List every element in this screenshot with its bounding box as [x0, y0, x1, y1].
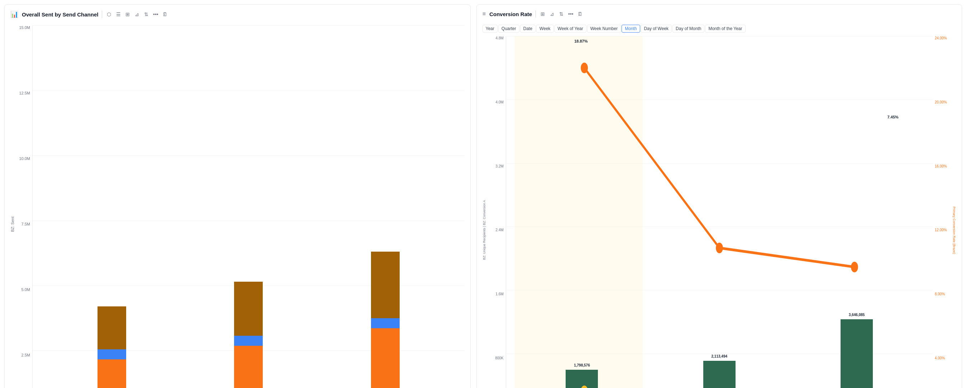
left-chart-body — [32, 25, 465, 388]
right-panel-header: ≡ Conversion Rate ⊞ ⊿ ⇅ ••• 🗓 — [482, 10, 956, 21]
y-left-tick: 1.6M — [496, 292, 504, 296]
left-chart-title: Overall Sent by Send Channel — [22, 11, 98, 17]
right-bars-container: 1,798,576 2,113,494 3,646,085 — [506, 36, 933, 388]
bar-group-october — [97, 306, 126, 388]
left-chart-body-wrapper: October 2021 November 2021 December 2021 — [32, 25, 465, 388]
y-right-tick: 8.00% — [935, 292, 945, 296]
left-panel-header: 📊 Overall Sent by Send Channel ⬡ ☰ ⊞ ⊿ ⇅… — [10, 10, 465, 21]
y-tick: 2.5M — [22, 353, 30, 357]
tab-week[interactable]: Week — [536, 25, 554, 33]
stacked-bar-december — [371, 252, 400, 388]
chart-icon: 📊 — [10, 10, 18, 18]
bar-group-december — [371, 252, 400, 388]
right-y-left-label: BZ: Unique Recipients | BZ: Conversion A — [482, 36, 486, 388]
ios-segment — [97, 349, 126, 359]
right-bar-value-october: 1,798,576 — [566, 370, 598, 388]
right-bar-december: 3,646,085 — [840, 319, 873, 388]
bar-label-december: 3,646,085 — [849, 313, 865, 317]
right-chart-body-wrapper: 1,798,576 2,113,494 3,646,085 — [506, 36, 933, 388]
annotation-18-87: 18.87% — [574, 39, 587, 43]
left-toolbar: ⬡ ☰ ⊞ ⊿ ⇅ ••• 🗓 — [106, 11, 168, 17]
tab-date[interactable]: Date — [520, 25, 536, 33]
left-chart-area: BZ: Sent 15.0M 12.5M 10.0M 7.5M 5.0M 2.5… — [10, 25, 465, 388]
y-right-tick: 12.00% — [935, 228, 947, 232]
webhook-segment — [97, 306, 126, 349]
y-tick: 5.0M — [22, 287, 30, 292]
right-y-axis-left: 4.8M 4.0M 3.2M 2.4M 1.6M 800K 0 — [486, 36, 506, 388]
left-y-axis: 15.0M 12.5M 10.0M 7.5M 5.0M 2.5M 0 — [16, 25, 32, 388]
more-icon[interactable]: ••• — [152, 11, 159, 17]
filter-icon[interactable]: ⊿ — [549, 11, 555, 17]
tab-week-of-year[interactable]: Week of Year — [555, 25, 586, 33]
tab-day-of-month[interactable]: Day of Month — [673, 25, 704, 33]
right-chart-panel: ≡ Conversion Rate ⊞ ⊿ ⇅ ••• 🗓 Year Quart… — [476, 4, 962, 388]
y-left-tick: 3.2M — [496, 164, 504, 168]
conversion-icon: ≡ — [482, 11, 486, 17]
tab-week-number[interactable]: Week Number — [587, 25, 621, 33]
left-y-axis-label: BZ: Sent — [10, 217, 15, 232]
calendar-icon[interactable]: 🗓 — [577, 11, 583, 17]
filter-icon[interactable]: ⊿ — [134, 11, 140, 17]
ios-segment — [234, 336, 263, 346]
header-divider — [102, 11, 102, 18]
right-chart-area: BZ: Unique Recipients | BZ: Conversion A… — [482, 36, 956, 388]
left-y-label-container: BZ: Sent — [10, 25, 16, 388]
right-chart-title: Conversion Rate — [489, 11, 532, 17]
bar-label-november: 2,113,494 — [711, 354, 728, 358]
right-chart-body: 1,798,576 2,113,494 3,646,085 — [506, 36, 933, 388]
tab-quarter[interactable]: Quarter — [498, 25, 519, 33]
right-y-left-label-container: BZ: Unique Recipients | BZ: Conversion A — [482, 36, 486, 388]
right-bar-november: 2,113,494 — [703, 361, 735, 388]
annotation-7-45: 7.45% — [887, 115, 898, 119]
y-right-tick: 20.00% — [935, 100, 947, 104]
stacked-bar-november — [234, 282, 263, 388]
y-tick: 7.5M — [22, 222, 30, 226]
y-left-tick: 800K — [495, 356, 503, 360]
cube-icon[interactable]: ⬡ — [106, 11, 112, 17]
arrows-icon[interactable]: ⇅ — [558, 11, 565, 17]
grid-icon[interactable]: ⊞ — [539, 11, 546, 17]
grid-icon[interactable]: ⊞ — [124, 11, 131, 17]
time-tabs: Year Quarter Date Week Week of Year Week… — [482, 25, 956, 33]
left-chart-panel: 📊 Overall Sent by Send Channel ⬡ ☰ ⊞ ⊿ ⇅… — [4, 4, 471, 388]
email-segment — [97, 359, 126, 388]
right-bar-value-november: 2,113,494 — [703, 361, 735, 388]
right-header-divider — [536, 10, 536, 17]
right-y-right-label: Primary Conversion Rate (Braze) — [952, 36, 956, 388]
calendar-icon[interactable]: 🗓 — [162, 11, 168, 17]
y-left-tick: 2.4M — [496, 228, 504, 232]
y-right-tick: 24.00% — [935, 36, 947, 40]
y-tick: 15.0M — [19, 25, 30, 30]
tab-day-of-week[interactable]: Day of Week — [641, 25, 672, 33]
y-tick: 12.5M — [19, 91, 30, 95]
webhook-segment — [234, 282, 263, 336]
right-toolbar: ⊞ ⊿ ⇅ ••• 🗓 — [539, 11, 583, 17]
y-left-tick: 4.0M — [496, 100, 504, 104]
right-y-right-label-container: Primary Conversion Rate (Braze) — [952, 36, 956, 388]
y-left-tick: 4.8M — [496, 36, 504, 40]
bar-group-november — [234, 282, 263, 388]
right-bar-value-december: 3,646,085 — [840, 319, 873, 388]
email-segment — [234, 346, 263, 388]
stacked-bar-october — [97, 306, 126, 388]
ios-segment — [371, 318, 400, 328]
y-tick: 10.0M — [19, 157, 30, 161]
more-icon[interactable]: ••• — [568, 11, 574, 17]
tab-month[interactable]: Month — [622, 25, 640, 33]
tab-month-of-year[interactable]: Month of the Year — [705, 25, 745, 33]
right-bar-october: 1,798,576 — [566, 370, 598, 388]
right-y-axis-right: 24.00% 20.00% 16.00% 12.00% 8.00% 4.00% … — [933, 36, 952, 388]
left-bars-container — [33, 25, 465, 388]
tab-year[interactable]: Year — [482, 25, 498, 33]
email-segment — [371, 328, 400, 388]
arrows-icon[interactable]: ⇅ — [143, 11, 150, 17]
bar-label-october: 1,798,576 — [574, 363, 590, 367]
y-right-tick: 16.00% — [935, 164, 947, 168]
list-icon[interactable]: ☰ — [115, 11, 121, 17]
y-right-tick: 4.00% — [935, 356, 945, 360]
webhook-segment — [371, 252, 400, 318]
